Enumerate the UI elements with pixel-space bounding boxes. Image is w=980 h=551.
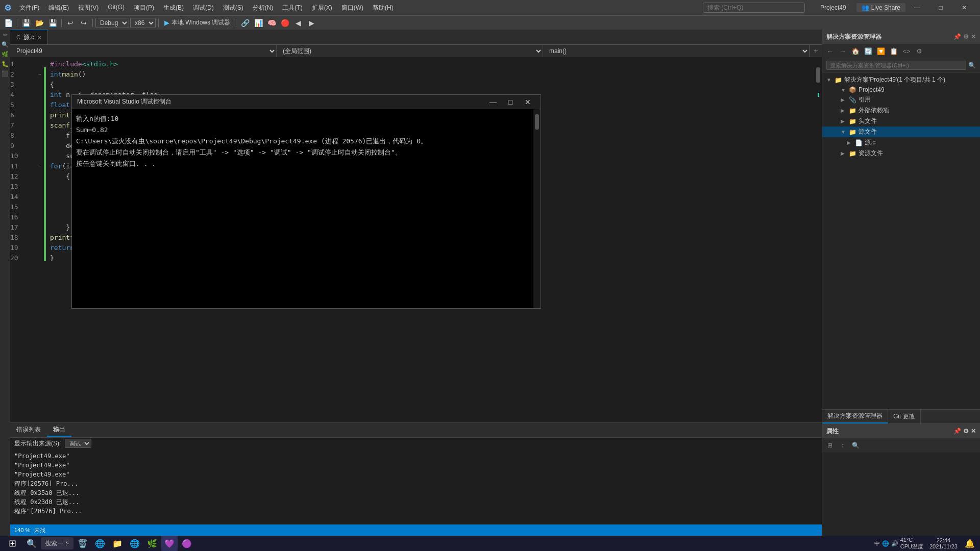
tree-source-c[interactable]: ▶ 📄 源.c [822, 137, 980, 148]
tray-audio[interactable]: 🔊 [891, 540, 898, 547]
editor-scrollbar-thumb[interactable] [816, 67, 820, 83]
prop-close-icon[interactable]: ✕ [971, 428, 976, 435]
output-source-select[interactable]: 调试 [65, 439, 91, 448]
taskbar-purple[interactable]: 🟣 [179, 536, 195, 551]
fold-11[interactable]: − [36, 161, 44, 171]
taskbar-search-icon[interactable]: 🔍 [23, 536, 40, 551]
close-button[interactable]: ✕ [952, 0, 976, 15]
se-settings-icon[interactable]: ⚙ [914, 46, 925, 56]
taskbar-vs[interactable]: 💜 [161, 536, 178, 551]
debug-maximize[interactable]: □ [503, 97, 518, 107]
dc-scrollbar-thumb[interactable] [535, 114, 539, 130]
prop-filter-icon[interactable]: 🔍 [850, 440, 861, 450]
taskbar-search[interactable]: 搜索一下 [41, 537, 74, 549]
tab-error-list[interactable]: 错误列表 [10, 423, 47, 437]
menu-extensions[interactable]: 扩展(X) [308, 3, 336, 13]
se-search-input[interactable] [826, 61, 966, 70]
menu-help[interactable]: 帮助(H) [369, 3, 398, 13]
taskbar-recycle[interactable]: 🗑️ [75, 536, 91, 551]
prop-pin-icon[interactable]: 📌 [953, 428, 961, 435]
taskbar-notification[interactable]: 🔔 [962, 536, 978, 551]
toolbar-profiler[interactable]: 📊 [252, 17, 264, 29]
tab-source-c[interactable]: C 源.c ✕ [10, 30, 48, 44]
tree-external-deps[interactable]: ▶ 📁 外部依赖项 [822, 105, 980, 116]
tree-solution[interactable]: ▼ 📁 解决方案'Project49'(1 个项目/共 1 个) [822, 74, 980, 85]
activity-pencil[interactable]: ✏ [3, 32, 8, 38]
debug-console-scrollbar[interactable] [533, 109, 541, 308]
debug-close[interactable]: ✕ [520, 97, 535, 107]
se-pin-icon[interactable]: 📌 [953, 33, 961, 40]
run-button[interactable]: ▶ 本地 Windows 调试器 [161, 18, 233, 27]
toolbar-attach[interactable]: 🔗 [239, 17, 251, 29]
tree-source-files[interactable]: ▼ 📁 源文件 [822, 127, 980, 137]
se-back-icon[interactable]: ← [824, 46, 836, 56]
tree-resource-files[interactable]: ▶ 📁 资源文件 [822, 148, 980, 159]
taskbar-explorer[interactable]: 📁 [109, 536, 126, 551]
taskbar-ie[interactable]: 🌐 [127, 536, 143, 551]
add-file-button[interactable]: + [810, 45, 822, 57]
minimize-button[interactable]: — [905, 0, 929, 15]
prop-grid-icon[interactable]: ⊞ [824, 440, 836, 450]
menu-debug[interactable]: 调试(D) [189, 3, 218, 13]
toolbar-undo[interactable]: ↩ [64, 17, 77, 29]
toolbar-new[interactable]: 📄 [2, 17, 14, 29]
menu-test[interactable]: 测试(S) [219, 3, 248, 13]
se-tab-git[interactable]: Git 更改 [888, 410, 921, 423]
menu-build[interactable]: 生成(B) [159, 3, 188, 13]
menu-tools[interactable]: 工具(T) [278, 3, 306, 13]
activity-git[interactable]: 🌿 [2, 51, 9, 58]
tree-header-files[interactable]: ▶ 📁 头文件 [822, 116, 980, 127]
menu-view[interactable]: 视图(V) [74, 3, 103, 13]
se-menu-icon[interactable]: ⚙ [963, 33, 969, 40]
menu-edit[interactable]: 编辑(E) [44, 3, 73, 13]
tray-ime[interactable]: 中 [874, 540, 880, 547]
activity-search[interactable]: 🔍 [2, 41, 9, 48]
tree-sourcec-label: 源.c [865, 138, 875, 147]
start-button[interactable]: ⊞ [2, 536, 22, 551]
editor-scrollbar[interactable] [815, 57, 822, 422]
toolbar-redo[interactable]: ↪ [78, 17, 90, 29]
scope-selector[interactable]: (全局范围) [277, 45, 543, 57]
function-selector[interactable]: main() [543, 45, 810, 57]
toolbar-save-all[interactable]: 💾 [20, 17, 32, 29]
config-dropdown[interactable]: Debug [95, 18, 129, 28]
debug-minimize[interactable]: — [485, 97, 501, 107]
fold-2[interactable]: − [36, 69, 44, 80]
toolbar-open[interactable]: 📂 [33, 17, 45, 29]
maximize-button[interactable]: □ [929, 0, 952, 15]
prop-sort-icon[interactable]: ↕ [837, 440, 848, 450]
se-sync-icon[interactable]: 🔄 [863, 46, 874, 56]
tree-project[interactable]: ▼ 📦 Project49 [822, 85, 980, 94]
tab-output[interactable]: 输出 [47, 423, 71, 437]
toolbar-bp[interactable]: 🔴 [279, 17, 291, 29]
menu-file[interactable]: 文件(F) [15, 3, 43, 13]
tray-network[interactable]: 🌐 [882, 540, 889, 547]
toolbar-nav1[interactable]: ◀ [292, 17, 304, 29]
menu-window[interactable]: 窗口(W) [337, 3, 368, 13]
se-close-icon[interactable]: ✕ [971, 33, 976, 40]
title-search-input[interactable] [703, 3, 805, 13]
menu-project[interactable]: 项目(P) [130, 3, 158, 13]
activity-ext[interactable]: ⬛ [2, 70, 9, 77]
activity-debug[interactable]: 🐛 [2, 61, 9, 67]
menu-analyze[interactable]: 分析(N) [249, 3, 278, 13]
se-home-icon[interactable]: 🏠 [850, 46, 861, 56]
toolbar-nav2[interactable]: ▶ [305, 17, 317, 29]
project-selector[interactable]: Project49 [10, 45, 277, 57]
se-collapse-icon[interactable]: 📋 [888, 46, 899, 56]
prop-menu-icon[interactable]: ⚙ [963, 428, 969, 435]
toolbar-memory[interactable]: 🧠 [265, 17, 278, 29]
tree-ref[interactable]: ▶ 📎 引用 [822, 94, 980, 105]
taskbar-edge[interactable]: 🌐 [92, 536, 108, 551]
live-share-button[interactable]: 👥 Live Share [856, 3, 905, 12]
se-code-icon[interactable]: <> [901, 46, 912, 56]
toolbar-save[interactable]: 💾 [46, 17, 59, 29]
menu-git[interactable]: Git(G) [104, 3, 129, 13]
se-filter-icon[interactable]: 🔽 [875, 46, 887, 56]
platform-dropdown[interactable]: x86 [130, 18, 156, 28]
se-tab-solution[interactable]: 解决方案资源管理器 [822, 410, 888, 423]
tab-close-button[interactable]: ✕ [37, 35, 41, 40]
taskbar-leaf[interactable]: 🌿 [144, 536, 160, 551]
taskbar-clock[interactable]: 22:44 2021/11/23 [926, 537, 961, 549]
se-forward-icon[interactable]: → [837, 46, 848, 56]
